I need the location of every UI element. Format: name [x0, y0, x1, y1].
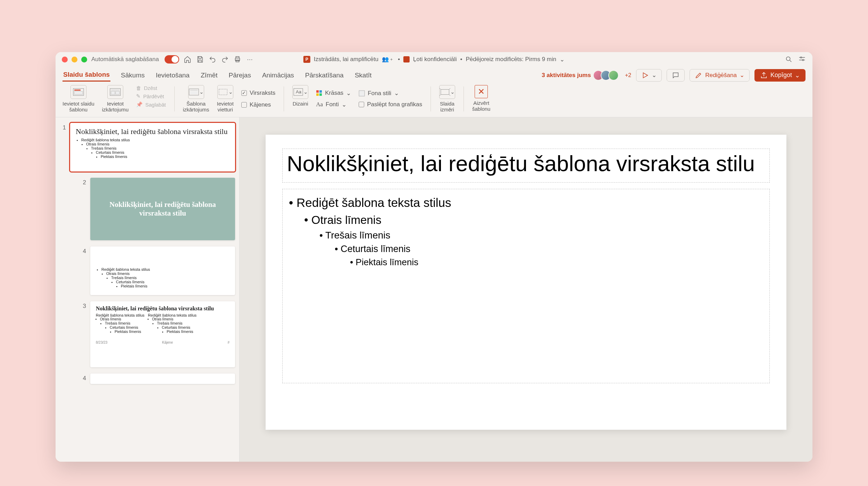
slide-title-text[interactable]: Noklikšķiniet, lai rediģētu šablona virs…	[287, 151, 765, 176]
settings-icon[interactable]	[798, 55, 806, 64]
tab-animations[interactable]: Animācijas	[261, 69, 295, 81]
content-placeholder[interactable]: Rediģēt šablona teksta stilus Otrais līm…	[282, 189, 770, 383]
layout-thumbnail[interactable]	[90, 374, 235, 384]
slide-master-canvas[interactable]: Noklikšķiniet, lai rediģētu šablona virs…	[266, 135, 786, 430]
svg-rect-15	[190, 91, 198, 94]
insert-slide-master-button[interactable]: Ievietot slaidu šablonu	[62, 85, 94, 113]
layout-thumbnail[interactable]: Rediģēt šablona teksta stilus Otrais līm…	[90, 246, 235, 295]
bullet-level-1[interactable]: Rediģēt šablona teksta stilus	[289, 194, 763, 212]
rename-button[interactable]: ✎ Pārdēvēt	[136, 93, 166, 99]
tab-slide-master[interactable]: Slaidu šablons	[62, 69, 110, 82]
designs-button[interactable]: Aa⌄ Dizaini	[292, 85, 308, 113]
slide-size-button[interactable]: ⌄ Slaida izmēri	[439, 85, 455, 113]
tab-home[interactable]: Sākums	[120, 69, 145, 81]
workspace: 1 Noklikšķiniet, lai rediģētu šablona vi…	[56, 117, 812, 462]
share-label: Kopīgot	[770, 72, 792, 79]
designs-label: Dizaini	[293, 101, 308, 107]
sensitivity-icon	[403, 56, 410, 62]
comments-button[interactable]	[667, 69, 685, 82]
colors-dropdown[interactable]: Krāsas ⌄	[316, 90, 351, 97]
background-styles-dropdown[interactable]: Fona stili ⌄	[359, 90, 422, 97]
master-layout-button[interactable]: ⌄ Šablona izkārtojums	[183, 85, 209, 113]
titlebar: Automātiskā saglabāšana ⋯ P Izstrādāts, …	[56, 52, 812, 67]
save-icon[interactable]	[196, 55, 204, 64]
insert-placeholder-button[interactable]: ⌄ Ievietot vietturi	[217, 85, 234, 113]
slide-size-label: Slaida izmēri	[440, 101, 454, 113]
collaborator-avatars[interactable]	[596, 70, 619, 81]
tab-review[interactable]: Pārskatīšana	[304, 69, 344, 81]
title-checkbox[interactable]: Virsraksts	[241, 90, 275, 97]
document-title: Izstrādāts, lai amplificētu	[314, 56, 378, 63]
maximize-window-button[interactable]	[81, 57, 87, 62]
search-icon[interactable]	[785, 55, 793, 64]
thumbnail-panel[interactable]: 1 Noklikšķiniet, lai rediģētu šablona vi…	[56, 117, 240, 462]
powerpoint-icon: P	[303, 56, 310, 63]
avatar-overflow-count[interactable]: +2	[625, 72, 631, 78]
svg-rect-12	[116, 91, 119, 94]
tab-view[interactable]: Skatīt	[354, 69, 373, 81]
svg-rect-8	[74, 91, 83, 94]
svg-rect-19	[316, 90, 319, 93]
avatar[interactable]	[608, 70, 619, 81]
svg-rect-7	[74, 90, 81, 91]
hide-background-label: Paslēpt fona grafikas	[367, 101, 422, 108]
svg-rect-21	[316, 93, 319, 96]
close-master-button[interactable]: ✕ Aizvērt šablonu	[472, 85, 491, 113]
chevron-down-icon[interactable]: ⌄	[560, 56, 565, 63]
layout-thumbnail[interactable]: Noklikšķiniet, lai rediģētu šablona virs…	[90, 301, 235, 367]
editing-mode-button[interactable]: Rediģēšana⌄	[690, 69, 750, 82]
print-icon[interactable]	[233, 55, 242, 64]
svg-rect-16	[219, 89, 227, 95]
window-controls	[62, 57, 87, 62]
editing-mode-label: Rediģēšana	[705, 72, 737, 79]
ribbon-tabs: Slaidu šablons Sākums Ievietošana Zīmēt …	[56, 67, 812, 82]
minimize-window-button[interactable]	[72, 57, 77, 62]
bullet-level-4[interactable]: Ceturtais līmenis	[335, 242, 763, 256]
thumb-number: 1	[60, 123, 66, 171]
svg-point-4	[800, 57, 802, 58]
svg-text:Aa: Aa	[296, 89, 302, 94]
tab-insert[interactable]: Ievietošana	[155, 69, 190, 81]
delete-button: 🗑 Dzēst	[136, 85, 166, 91]
redo-icon[interactable]	[221, 55, 229, 64]
close-window-button[interactable]	[62, 57, 68, 62]
title-placeholder[interactable]: Noklikšķiniet, lai rediģētu šablona virs…	[282, 149, 770, 183]
svg-point-5	[802, 59, 804, 61]
tab-draw[interactable]: Zīmēt	[200, 69, 218, 81]
thumb-title: Noklikšķiniet, lai rediģētu šablona virs…	[96, 200, 229, 217]
svg-rect-2	[236, 60, 239, 62]
home-icon[interactable]	[183, 55, 192, 64]
present-button[interactable]: ⌄	[636, 69, 662, 82]
colors-label: Krāsas	[325, 90, 343, 97]
svg-rect-1	[236, 57, 239, 58]
bullet-level-2[interactable]: Otrais līmenis	[304, 212, 763, 228]
bullet-level-3[interactable]: Trešais līmenis	[319, 228, 763, 243]
thumb-number: 3	[80, 301, 86, 367]
slide-master-thumbnail[interactable]: Noklikšķiniet, lai rediģētu šablona virs…	[70, 123, 235, 171]
svg-point-3	[786, 57, 790, 61]
share-button[interactable]: Kopīgot⌄	[754, 69, 806, 82]
autosave-toggle[interactable]	[165, 55, 179, 64]
sensitivity-label: Ļoti konfidenciāli	[413, 56, 457, 63]
footers-checkbox[interactable]: Kājenes	[241, 101, 275, 108]
bullet-level-5[interactable]: Piektais līmenis	[350, 256, 763, 269]
layout-thumbnail[interactable]: Noklikšķiniet, lai rediģētu šablona virs…	[90, 178, 235, 240]
app-window: Automātiskā saglabāšana ⋯ P Izstrādāts, …	[56, 52, 812, 462]
edit-master-group: 🗑 Dzēst ✎ Pārdēvēt 📌 Saglabāt	[136, 85, 166, 113]
svg-rect-24	[441, 90, 449, 95]
svg-rect-11	[111, 91, 115, 94]
people-icon[interactable]: 👥﹢	[382, 56, 394, 63]
slide-canvas-area[interactable]: Noklikšķiniet, lai rediģētu šablona virs…	[240, 117, 812, 462]
overflow-icon[interactable]: ⋯	[246, 55, 254, 64]
fonts-dropdown[interactable]: AaFonti ⌄	[316, 101, 351, 108]
undo-icon[interactable]	[208, 55, 217, 64]
tab-transitions[interactable]: Pārejas	[228, 69, 251, 81]
document-title-area: P Izstrādāts, lai amplificētu 👥﹢ • Ļoti …	[303, 56, 565, 63]
thumb-date: 8/23/23	[96, 341, 107, 344]
insert-layout-button[interactable]: Ievietot izkārtojumu	[102, 85, 129, 113]
last-modified-label: Pēdējoreiz modificēts: Pirms 9 min	[466, 56, 556, 63]
svg-rect-14	[190, 90, 198, 91]
title-checkbox-label: Virsraksts	[250, 90, 275, 97]
activity-label[interactable]: 3 aktivitātes jums	[542, 72, 591, 79]
hide-background-checkbox[interactable]: Paslēpt fona grafikas	[359, 101, 422, 108]
